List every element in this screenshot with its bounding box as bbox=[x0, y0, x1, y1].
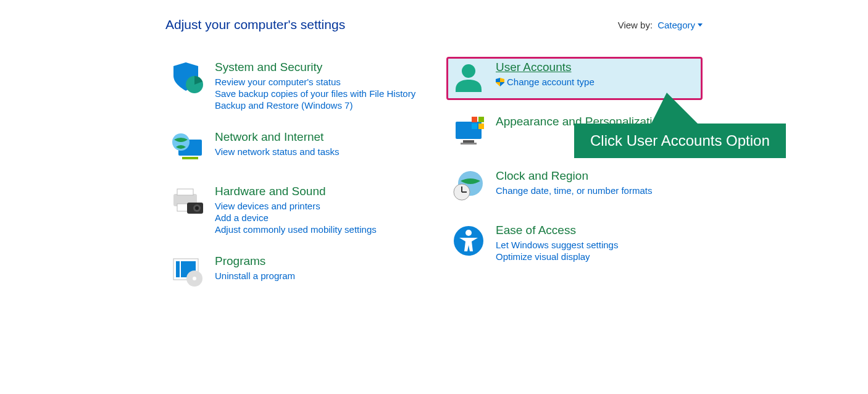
category-body: System and Security Review your computer… bbox=[215, 61, 417, 111]
category-body: User Accounts Change account type bbox=[496, 61, 698, 95]
svg-rect-19 bbox=[472, 117, 477, 122]
category-body: Programs Uninstall a program bbox=[215, 254, 417, 289]
category-sublink[interactable]: Optimize visual display bbox=[496, 251, 698, 262]
category-sublink[interactable]: Review your computer's status bbox=[215, 77, 417, 87]
category-body: Ease of Access Let Windows suggest setti… bbox=[496, 224, 698, 262]
view-by-value[interactable]: Category bbox=[657, 20, 703, 30]
svg-rect-22 bbox=[478, 124, 484, 129]
category-title-link[interactable]: User Accounts bbox=[496, 61, 572, 74]
category-title-link[interactable]: Clock and Region bbox=[496, 169, 588, 183]
svg-rect-11 bbox=[176, 261, 180, 277]
svg-rect-20 bbox=[478, 117, 484, 122]
category-title-link[interactable]: System and Security bbox=[215, 61, 322, 74]
category-sublink[interactable]: Change account type bbox=[496, 77, 698, 87]
category-sublink[interactable]: View network status and tasks bbox=[215, 146, 417, 157]
view-by-selector[interactable]: View by: Category bbox=[618, 20, 703, 30]
svg-point-15 bbox=[462, 64, 475, 78]
category-network-internet: Network and Internet View network status… bbox=[165, 127, 422, 170]
svg-rect-17 bbox=[463, 140, 474, 143]
globe-monitor-icon bbox=[170, 130, 205, 165]
category-clock-region: Clock and Region Change date, time, or n… bbox=[446, 166, 703, 209]
category-title-link[interactable]: Hardware and Sound bbox=[215, 185, 326, 198]
dropdown-caret-icon bbox=[698, 23, 703, 27]
category-sublink[interactable]: View devices and printers bbox=[215, 201, 417, 211]
category-sublink[interactable]: Let Windows suggest settings bbox=[496, 240, 698, 250]
svg-rect-21 bbox=[472, 124, 477, 129]
svg-rect-5 bbox=[177, 189, 193, 195]
svg-point-14 bbox=[193, 277, 196, 280]
svg-rect-16 bbox=[456, 122, 482, 139]
left-column: System and Security Review your computer… bbox=[165, 57, 422, 305]
category-sublink[interactable]: Uninstall a program bbox=[215, 270, 417, 281]
category-body: Clock and Region Change date, time, or n… bbox=[496, 169, 698, 204]
svg-rect-2 bbox=[182, 157, 198, 159]
shield-stats-icon bbox=[170, 61, 205, 95]
category-ease-of-access: Ease of Access Let Windows suggest setti… bbox=[446, 220, 703, 267]
category-sublink[interactable]: Add a device bbox=[215, 212, 417, 223]
category-title-link[interactable]: Programs bbox=[215, 254, 265, 268]
category-sublink[interactable]: Change date, time, or number formats bbox=[496, 185, 698, 196]
header-row: Adjust your computer's settings View by:… bbox=[165, 17, 703, 32]
view-by-value-text: Category bbox=[657, 20, 695, 30]
category-sublink[interactable]: Adjust commonly used mobility settings bbox=[215, 224, 417, 235]
printer-camera-icon bbox=[170, 185, 205, 219]
instruction-callout: Click User Accounts Option bbox=[574, 124, 786, 158]
category-title-link[interactable]: Network and Internet bbox=[215, 130, 323, 144]
category-body: Hardware and Sound View devices and prin… bbox=[215, 185, 417, 235]
user-icon bbox=[451, 61, 486, 95]
category-sublink[interactable]: Save backup copies of your files with Fi… bbox=[215, 88, 417, 99]
category-sublink[interactable]: Backup and Restore (Windows 7) bbox=[215, 100, 417, 111]
category-title-link[interactable]: Ease of Access bbox=[496, 224, 576, 237]
callout-text: Click User Accounts Option bbox=[590, 132, 770, 149]
window-disc-icon bbox=[170, 254, 205, 289]
category-programs: Programs Uninstall a program bbox=[165, 251, 422, 294]
svg-rect-18 bbox=[461, 143, 477, 145]
category-hardware-sound: Hardware and Sound View devices and prin… bbox=[165, 181, 422, 240]
category-body: Network and Internet View network status… bbox=[215, 130, 417, 165]
page-title: Adjust your computer's settings bbox=[165, 17, 345, 32]
accessibility-icon bbox=[451, 224, 486, 258]
svg-point-28 bbox=[465, 230, 472, 236]
category-system-security: System and Security Review your computer… bbox=[165, 57, 422, 115]
category-columns: System and Security Review your computer… bbox=[165, 57, 703, 305]
monitor-tiles-icon bbox=[451, 115, 486, 149]
view-by-label: View by: bbox=[618, 20, 653, 30]
clock-globe-icon bbox=[451, 169, 486, 204]
svg-point-9 bbox=[195, 206, 199, 210]
